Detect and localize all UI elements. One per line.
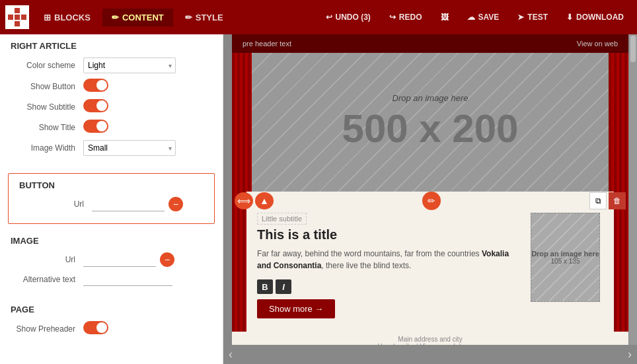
show-preheader-toggle[interactable]	[83, 321, 108, 334]
article-body-text-2: , there live the blind texts.	[321, 261, 411, 270]
preview-next-button[interactable]: ›	[628, 347, 632, 361]
alt-text-row: Alternative text	[11, 272, 212, 286]
article-body-text-1: Far far away, behind the word mountains,…	[257, 249, 482, 258]
redo-icon: ↪	[389, 13, 396, 22]
show-preheader-row: Show Preheader	[11, 321, 212, 336]
scrollbar-thumb[interactable]	[630, 36, 636, 62]
text-format-toolbar: B I	[257, 279, 520, 294]
button-url-control: −	[92, 197, 204, 211]
email-preview: pre header text View on web Drop an imag…	[232, 34, 628, 345]
article-subtitle: Little subtitle	[257, 213, 307, 225]
view-on-web-link[interactable]: View on web	[577, 40, 618, 48]
article-red-left	[232, 192, 246, 332]
image-width-select-wrapper[interactable]: Small Medium Large	[83, 140, 176, 156]
show-more-button[interactable]: Show more →	[257, 299, 335, 318]
color-scheme-select[interactable]: Light Dark	[83, 57, 176, 73]
redo-button[interactable]: ↪ REDO	[381, 9, 430, 26]
show-button-label: Show Button	[11, 82, 83, 91]
tab-content[interactable]: ✏ CONTENT	[102, 9, 173, 26]
preview-prev-button[interactable]: ‹	[229, 347, 233, 361]
edit-toolbar: ⟺ ▲ ✏ ⧉ 🗑	[232, 192, 628, 210]
button-url-remove-button[interactable]: −	[169, 197, 183, 211]
footer-links: Unsubscribe | View on web browser	[236, 343, 624, 345]
italic-button[interactable]: I	[276, 279, 291, 294]
article-image-col: Drop an image here 105 x 135	[531, 213, 603, 318]
copy-button[interactable]: ⧉	[589, 192, 607, 209]
bold-button[interactable]: B	[257, 279, 273, 294]
test-button[interactable]: ➤ TEST	[509, 9, 556, 26]
blocks-icon: ⊞	[44, 13, 51, 22]
footer-address: Main address and city	[236, 336, 624, 343]
show-subtitle-toggle[interactable]	[83, 99, 108, 112]
show-preheader-control	[83, 321, 212, 336]
right-article-section: RIGHT ARTICLE Color scheme Light Dark Sh…	[0, 34, 223, 168]
email-header: pre header text View on web	[232, 34, 628, 53]
article-wrapper: ⟺ ▲ ✏ ⧉ 🗑 Little subt	[232, 192, 628, 332]
button-url-row: Url −	[19, 197, 204, 211]
article-body: Far far away, behind the word mountains,…	[257, 248, 520, 272]
preview-nav: ‹ ›	[223, 345, 637, 364]
button-section-title: BUTTON	[19, 180, 204, 190]
save-button[interactable]: ☁ SAVE	[459, 9, 507, 26]
preview-scrollbar[interactable]	[629, 34, 637, 345]
tab-blocks[interactable]: ⊞ BLOCKS	[34, 9, 100, 26]
image-url-input[interactable]	[83, 253, 156, 267]
hero-wrapper: Drop an image here 500 x 200	[232, 53, 628, 192]
content-edit-icon: ✏	[112, 13, 119, 22]
footer-view-online[interactable]: View on web browser	[420, 343, 482, 345]
article-image-drop-text: Drop an image here	[531, 250, 599, 258]
show-subtitle-row: Show Subtitle	[11, 99, 212, 114]
red-side-left	[232, 53, 252, 192]
image-width-row: Image Width Small Medium Large	[11, 140, 212, 156]
show-button-row: Show Button	[11, 79, 212, 94]
footer-unsubscribe[interactable]: Unsubscribe	[378, 343, 415, 345]
style-edit-icon: ✏	[185, 13, 192, 22]
image-width-control: Small Medium Large	[83, 140, 212, 156]
color-scheme-select-wrapper[interactable]: Light Dark	[83, 57, 176, 73]
image-width-select[interactable]: Small Medium Large	[83, 140, 176, 156]
image-section: IMAGE Url − Alternative text	[0, 229, 223, 298]
show-button-toggle[interactable]	[83, 79, 108, 92]
image-url-remove-button[interactable]: −	[160, 252, 174, 267]
image-url-control: −	[83, 252, 212, 267]
top-nav: ⊞ BLOCKS ✏ CONTENT ✏ STYLE ↩ UNDO (3) ↪ …	[0, 0, 637, 34]
show-button-control	[83, 79, 212, 94]
email-footer: Main address and city Unsubscribe | View…	[232, 332, 628, 345]
show-subtitle-control	[83, 99, 212, 114]
color-scheme-control: Light Dark	[83, 57, 212, 73]
delete-button[interactable]: 🗑	[609, 192, 626, 209]
color-scheme-label: Color scheme	[11, 61, 83, 70]
undo-button[interactable]: ↩ UNDO (3)	[318, 9, 379, 26]
download-button[interactable]: ⬇ DOWNLOAD	[558, 9, 632, 26]
image-section-title: IMAGE	[11, 236, 212, 246]
image-icon: 🖼	[441, 13, 449, 22]
alt-text-control	[83, 272, 212, 286]
footer-separator: |	[416, 343, 418, 345]
edit-pencil-button[interactable]: ✏	[422, 192, 441, 210]
show-title-row: Show Title	[11, 120, 212, 135]
article-text-col: Little subtitle This is a title Far far …	[257, 213, 520, 318]
article-image-placeholder[interactable]: Drop an image here 105 x 135	[531, 213, 600, 302]
move-up-button[interactable]: ▲	[255, 192, 274, 209]
page-section: PAGE Show Preheader	[0, 298, 223, 348]
preview-container: pre header text View on web Drop an imag…	[223, 34, 637, 345]
image-url-row: Url −	[11, 252, 212, 267]
image-url-label: Url	[11, 255, 83, 264]
section-title: RIGHT ARTICLE	[11, 41, 212, 51]
show-subtitle-label: Show Subtitle	[11, 102, 83, 112]
email-preview-panel: pre header text View on web Drop an imag…	[223, 34, 637, 364]
button-url-label: Url	[19, 200, 92, 209]
hero-drop-text: Drop an image here	[342, 93, 519, 103]
show-title-control	[83, 120, 212, 135]
move-left-button[interactable]: ⟺	[235, 192, 253, 209]
image-width-label: Image Width	[11, 143, 83, 153]
email-hero[interactable]: Drop an image here 500 x 200	[252, 53, 609, 192]
alt-text-label: Alternative text	[11, 275, 83, 284]
image-button[interactable]: 🖼	[433, 9, 457, 26]
alt-text-input[interactable]	[83, 272, 172, 286]
show-title-toggle[interactable]	[83, 120, 108, 133]
button-url-input[interactable]	[92, 198, 165, 211]
tab-style[interactable]: ✏ STYLE	[176, 9, 233, 26]
hero-text: Drop an image here 500 x 200	[342, 93, 519, 151]
test-send-icon: ➤	[517, 13, 524, 22]
